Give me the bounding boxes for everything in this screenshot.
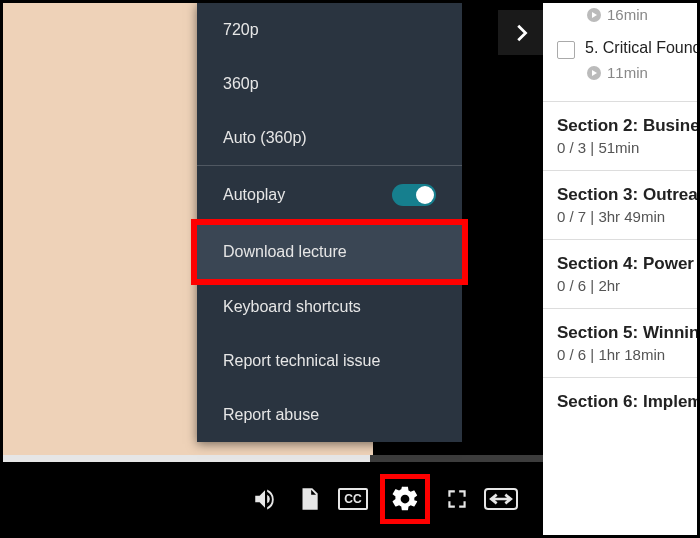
prev-lecture-duration: 16min: [607, 6, 648, 23]
section-3[interactable]: Section 3: Outreach 0 / 7 | 3hr 49min: [543, 170, 697, 239]
section-5-meta: 0 / 6 | 1hr 18min: [557, 343, 697, 363]
fullscreen-button[interactable]: [440, 482, 474, 516]
collapse-sidebar-button[interactable]: [498, 10, 543, 55]
download-lecture[interactable]: Download lecture: [197, 225, 462, 280]
captions-button[interactable]: CC: [336, 482, 370, 516]
section-4-meta: 0 / 6 | 2hr: [557, 274, 697, 294]
section-5-title: Section 5: Winning: [557, 323, 697, 343]
section-5[interactable]: Section 5: Winning 0 / 6 | 1hr 18min: [543, 308, 697, 377]
section-3-title: Section 3: Outreach: [557, 185, 697, 205]
transcript-button[interactable]: [292, 482, 326, 516]
quality-720p[interactable]: 720p: [197, 3, 462, 57]
document-icon: [296, 486, 322, 512]
quality-360p[interactable]: 360p: [197, 57, 462, 111]
settings-menu: 720p 360p Auto (360p) Autoplay Download …: [197, 3, 462, 442]
section-4[interactable]: Section 4: Power 0 / 6 | 2hr: [543, 239, 697, 308]
section-2[interactable]: Section 2: Business 0 / 3 | 51min: [543, 101, 697, 170]
volume-button[interactable]: [248, 482, 282, 516]
lecture-5-meta: 11min: [557, 61, 697, 89]
section-3-meta: 0 / 7 | 3hr 49min: [557, 205, 697, 225]
course-sidebar[interactable]: 16min 5. Critical Foundation 11min Secti…: [543, 3, 697, 535]
expand-button[interactable]: [484, 482, 518, 516]
keyboard-shortcuts[interactable]: Keyboard shortcuts: [197, 280, 462, 334]
expand-icon: [484, 488, 518, 510]
chevron-right-icon: [510, 22, 532, 44]
section-2-title: Section 2: Business: [557, 116, 697, 136]
play-icon: [587, 8, 601, 22]
section-2-meta: 0 / 3 | 51min: [557, 136, 697, 156]
download-lecture-label: Download lecture: [223, 243, 347, 260]
lecture-5-duration: 11min: [607, 64, 648, 81]
prev-lecture-meta: 16min: [557, 3, 697, 31]
section-6[interactable]: Section 6: Implementation: [543, 377, 697, 426]
section-6-title: Section 6: Implementation: [557, 392, 697, 412]
lecture-5-title: 5. Critical Foundation: [585, 39, 697, 57]
toggle-knob: [416, 186, 434, 204]
quality-auto[interactable]: Auto (360p): [197, 111, 462, 166]
section-4-title: Section 4: Power: [557, 254, 697, 274]
volume-icon: [252, 486, 278, 512]
lecture-5-row[interactable]: 5. Critical Foundation: [557, 31, 697, 61]
lecture-5-checkbox[interactable]: [557, 41, 575, 59]
report-technical-issue[interactable]: Report technical issue: [197, 334, 462, 388]
gear-icon: [390, 484, 420, 514]
play-icon: [587, 66, 601, 80]
cc-icon: CC: [338, 488, 368, 510]
autoplay-toggle[interactable]: [392, 184, 436, 206]
progress-fill: [3, 455, 370, 462]
autoplay-label: Autoplay: [223, 186, 285, 204]
report-abuse[interactable]: Report abuse: [197, 388, 462, 442]
player-controls: CC: [3, 462, 543, 535]
autoplay-row[interactable]: Autoplay: [197, 166, 462, 225]
fullscreen-icon: [444, 486, 470, 512]
progress-bar[interactable]: [3, 455, 543, 462]
settings-button[interactable]: [380, 474, 430, 524]
